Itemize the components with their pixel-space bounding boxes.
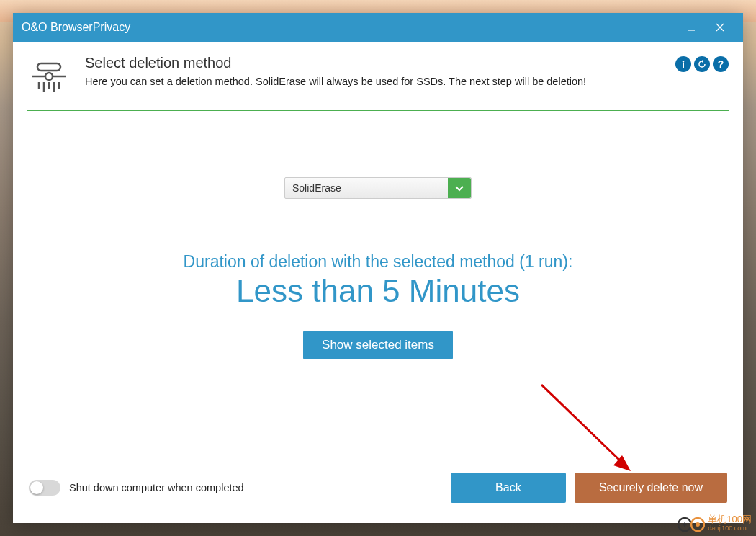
chevron-down-icon	[448, 178, 471, 198]
duration-label: Duration of deletion with the selected m…	[184, 252, 573, 272]
info-icon[interactable]	[675, 56, 691, 72]
main-content: SolidErase Duration of deletion with the…	[13, 111, 743, 461]
dropdown-selected-label: SolidErase	[285, 178, 448, 198]
minimize-button[interactable]	[677, 13, 706, 42]
footer: Shut down computer when completed Back S…	[13, 461, 743, 523]
deletion-method-dropdown[interactable]: SolidErase	[284, 177, 472, 199]
svg-rect-12	[683, 63, 684, 68]
back-button[interactable]: Back	[451, 473, 566, 503]
shutdown-toggle-label: Shut down computer when completed	[69, 482, 442, 493]
header: Select deletion method Here you can set …	[13, 42, 743, 110]
deletion-method-icon	[27, 55, 71, 98]
svg-point-5	[45, 73, 53, 80]
securely-delete-button[interactable]: Securely delete now	[575, 473, 727, 503]
watermark-subtext: danji100.com	[708, 524, 752, 532]
toggle-knob	[30, 481, 43, 494]
duration-value: Less than 5 Minutes	[236, 273, 520, 309]
page-title: Select deletion method	[85, 55, 661, 71]
refresh-icon[interactable]	[694, 56, 710, 72]
svg-point-11	[683, 61, 684, 62]
shutdown-toggle[interactable]	[29, 480, 60, 496]
help-icon[interactable]: ?	[713, 56, 729, 72]
app-window: O&O BrowserPrivacy Select deletion metho…	[13, 13, 743, 523]
window-title: O&O BrowserPrivacy	[22, 21, 677, 34]
close-button[interactable]	[706, 13, 734, 42]
svg-rect-3	[37, 63, 60, 71]
page-subtitle: Here you can set a deletion method. Soli…	[85, 76, 661, 87]
show-selected-items-button[interactable]: Show selected items	[303, 331, 453, 359]
titlebar: O&O BrowserPrivacy	[13, 13, 743, 42]
